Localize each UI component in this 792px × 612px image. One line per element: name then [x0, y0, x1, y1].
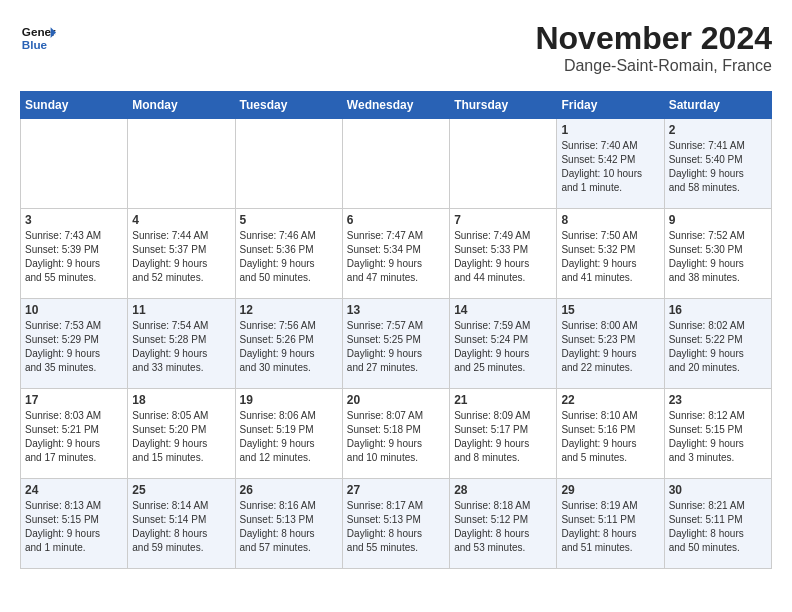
- day-number: 27: [347, 483, 445, 497]
- day-number: 7: [454, 213, 552, 227]
- day-number: 19: [240, 393, 338, 407]
- week-row-3: 10Sunrise: 7:53 AM Sunset: 5:29 PM Dayli…: [21, 299, 772, 389]
- svg-text:Blue: Blue: [22, 38, 48, 51]
- day-info: Sunrise: 7:41 AM Sunset: 5:40 PM Dayligh…: [669, 139, 767, 195]
- day-cell: 5Sunrise: 7:46 AM Sunset: 5:36 PM Daylig…: [235, 209, 342, 299]
- day-number: 16: [669, 303, 767, 317]
- day-number: 5: [240, 213, 338, 227]
- day-cell: 23Sunrise: 8:12 AM Sunset: 5:15 PM Dayli…: [664, 389, 771, 479]
- day-info: Sunrise: 7:57 AM Sunset: 5:25 PM Dayligh…: [347, 319, 445, 375]
- day-number: 3: [25, 213, 123, 227]
- day-number: 13: [347, 303, 445, 317]
- col-header-tuesday: Tuesday: [235, 92, 342, 119]
- col-header-friday: Friday: [557, 92, 664, 119]
- logo-icon: General Blue: [20, 20, 56, 56]
- day-number: 20: [347, 393, 445, 407]
- week-row-2: 3Sunrise: 7:43 AM Sunset: 5:39 PM Daylig…: [21, 209, 772, 299]
- day-cell: 17Sunrise: 8:03 AM Sunset: 5:21 PM Dayli…: [21, 389, 128, 479]
- day-number: 26: [240, 483, 338, 497]
- day-cell: [21, 119, 128, 209]
- header: General Blue November 2024 Dange-Saint-R…: [20, 20, 772, 75]
- day-cell: 4Sunrise: 7:44 AM Sunset: 5:37 PM Daylig…: [128, 209, 235, 299]
- day-info: Sunrise: 8:07 AM Sunset: 5:18 PM Dayligh…: [347, 409, 445, 465]
- col-header-saturday: Saturday: [664, 92, 771, 119]
- week-row-5: 24Sunrise: 8:13 AM Sunset: 5:15 PM Dayli…: [21, 479, 772, 569]
- day-info: Sunrise: 7:50 AM Sunset: 5:32 PM Dayligh…: [561, 229, 659, 285]
- day-info: Sunrise: 7:40 AM Sunset: 5:42 PM Dayligh…: [561, 139, 659, 195]
- day-number: 24: [25, 483, 123, 497]
- day-cell: 19Sunrise: 8:06 AM Sunset: 5:19 PM Dayli…: [235, 389, 342, 479]
- day-number: 25: [132, 483, 230, 497]
- day-cell: 6Sunrise: 7:47 AM Sunset: 5:34 PM Daylig…: [342, 209, 449, 299]
- day-cell: 22Sunrise: 8:10 AM Sunset: 5:16 PM Dayli…: [557, 389, 664, 479]
- week-row-4: 17Sunrise: 8:03 AM Sunset: 5:21 PM Dayli…: [21, 389, 772, 479]
- day-info: Sunrise: 7:53 AM Sunset: 5:29 PM Dayligh…: [25, 319, 123, 375]
- day-number: 21: [454, 393, 552, 407]
- day-cell: 24Sunrise: 8:13 AM Sunset: 5:15 PM Dayli…: [21, 479, 128, 569]
- day-number: 28: [454, 483, 552, 497]
- day-info: Sunrise: 8:10 AM Sunset: 5:16 PM Dayligh…: [561, 409, 659, 465]
- day-cell: 8Sunrise: 7:50 AM Sunset: 5:32 PM Daylig…: [557, 209, 664, 299]
- day-cell: 3Sunrise: 7:43 AM Sunset: 5:39 PM Daylig…: [21, 209, 128, 299]
- location-title: Dange-Saint-Romain, France: [535, 57, 772, 75]
- day-cell: 20Sunrise: 8:07 AM Sunset: 5:18 PM Dayli…: [342, 389, 449, 479]
- day-number: 8: [561, 213, 659, 227]
- day-info: Sunrise: 8:13 AM Sunset: 5:15 PM Dayligh…: [25, 499, 123, 555]
- day-cell: [342, 119, 449, 209]
- col-header-sunday: Sunday: [21, 92, 128, 119]
- day-info: Sunrise: 7:47 AM Sunset: 5:34 PM Dayligh…: [347, 229, 445, 285]
- day-number: 10: [25, 303, 123, 317]
- day-number: 12: [240, 303, 338, 317]
- day-info: Sunrise: 7:44 AM Sunset: 5:37 PM Dayligh…: [132, 229, 230, 285]
- day-number: 4: [132, 213, 230, 227]
- day-info: Sunrise: 8:12 AM Sunset: 5:15 PM Dayligh…: [669, 409, 767, 465]
- day-number: 30: [669, 483, 767, 497]
- day-cell: 30Sunrise: 8:21 AM Sunset: 5:11 PM Dayli…: [664, 479, 771, 569]
- day-number: 1: [561, 123, 659, 137]
- day-info: Sunrise: 8:02 AM Sunset: 5:22 PM Dayligh…: [669, 319, 767, 375]
- day-info: Sunrise: 8:19 AM Sunset: 5:11 PM Dayligh…: [561, 499, 659, 555]
- day-number: 2: [669, 123, 767, 137]
- day-number: 23: [669, 393, 767, 407]
- logo: General Blue: [20, 20, 56, 56]
- day-cell: 11Sunrise: 7:54 AM Sunset: 5:28 PM Dayli…: [128, 299, 235, 389]
- day-info: Sunrise: 8:05 AM Sunset: 5:20 PM Dayligh…: [132, 409, 230, 465]
- day-cell: 7Sunrise: 7:49 AM Sunset: 5:33 PM Daylig…: [450, 209, 557, 299]
- day-number: 9: [669, 213, 767, 227]
- day-number: 17: [25, 393, 123, 407]
- day-info: Sunrise: 8:16 AM Sunset: 5:13 PM Dayligh…: [240, 499, 338, 555]
- day-cell: 12Sunrise: 7:56 AM Sunset: 5:26 PM Dayli…: [235, 299, 342, 389]
- week-row-1: 1Sunrise: 7:40 AM Sunset: 5:42 PM Daylig…: [21, 119, 772, 209]
- day-info: Sunrise: 7:49 AM Sunset: 5:33 PM Dayligh…: [454, 229, 552, 285]
- day-cell: 21Sunrise: 8:09 AM Sunset: 5:17 PM Dayli…: [450, 389, 557, 479]
- day-cell: 28Sunrise: 8:18 AM Sunset: 5:12 PM Dayli…: [450, 479, 557, 569]
- day-cell: 10Sunrise: 7:53 AM Sunset: 5:29 PM Dayli…: [21, 299, 128, 389]
- day-cell: 16Sunrise: 8:02 AM Sunset: 5:22 PM Dayli…: [664, 299, 771, 389]
- day-info: Sunrise: 7:56 AM Sunset: 5:26 PM Dayligh…: [240, 319, 338, 375]
- day-info: Sunrise: 8:06 AM Sunset: 5:19 PM Dayligh…: [240, 409, 338, 465]
- day-cell: 13Sunrise: 7:57 AM Sunset: 5:25 PM Dayli…: [342, 299, 449, 389]
- day-number: 29: [561, 483, 659, 497]
- day-info: Sunrise: 8:17 AM Sunset: 5:13 PM Dayligh…: [347, 499, 445, 555]
- day-cell: 26Sunrise: 8:16 AM Sunset: 5:13 PM Dayli…: [235, 479, 342, 569]
- day-info: Sunrise: 7:43 AM Sunset: 5:39 PM Dayligh…: [25, 229, 123, 285]
- day-cell: 18Sunrise: 8:05 AM Sunset: 5:20 PM Dayli…: [128, 389, 235, 479]
- day-info: Sunrise: 8:14 AM Sunset: 5:14 PM Dayligh…: [132, 499, 230, 555]
- title-block: November 2024 Dange-Saint-Romain, France: [535, 20, 772, 75]
- day-info: Sunrise: 8:00 AM Sunset: 5:23 PM Dayligh…: [561, 319, 659, 375]
- day-info: Sunrise: 7:52 AM Sunset: 5:30 PM Dayligh…: [669, 229, 767, 285]
- month-title: November 2024: [535, 20, 772, 57]
- col-header-thursday: Thursday: [450, 92, 557, 119]
- day-cell: 29Sunrise: 8:19 AM Sunset: 5:11 PM Dayli…: [557, 479, 664, 569]
- day-number: 18: [132, 393, 230, 407]
- day-info: Sunrise: 8:03 AM Sunset: 5:21 PM Dayligh…: [25, 409, 123, 465]
- day-cell: [128, 119, 235, 209]
- day-info: Sunrise: 7:46 AM Sunset: 5:36 PM Dayligh…: [240, 229, 338, 285]
- col-header-wednesday: Wednesday: [342, 92, 449, 119]
- day-cell: 25Sunrise: 8:14 AM Sunset: 5:14 PM Dayli…: [128, 479, 235, 569]
- day-info: Sunrise: 8:18 AM Sunset: 5:12 PM Dayligh…: [454, 499, 552, 555]
- day-cell: 2Sunrise: 7:41 AM Sunset: 5:40 PM Daylig…: [664, 119, 771, 209]
- day-cell: 27Sunrise: 8:17 AM Sunset: 5:13 PM Dayli…: [342, 479, 449, 569]
- day-number: 14: [454, 303, 552, 317]
- day-number: 6: [347, 213, 445, 227]
